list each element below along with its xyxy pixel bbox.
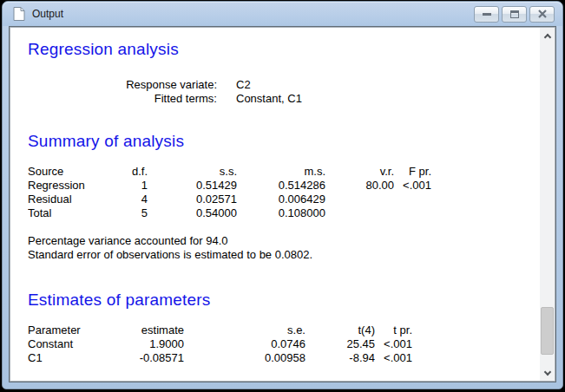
cell: 4 [123, 193, 148, 206]
table-header-row: Parameter estimate s.e. t(4) t pr. [28, 323, 412, 337]
column-header: t(4) [305, 323, 375, 337]
analysis-notes: Percentage variance accounted for 94.0 S… [28, 234, 540, 262]
window-controls [474, 6, 555, 23]
cell: Total [28, 206, 123, 220]
chevron-down-icon [543, 368, 550, 375]
cell: Constant [28, 337, 123, 351]
column-header: t pr. [375, 323, 412, 337]
field-response-variate: Response variate:C2 [28, 78, 540, 92]
table-row: Constant 1.9000 0.0746 25.45 <.001 [28, 337, 412, 351]
cell: 0.514286 [237, 179, 325, 193]
table-row: Regression 1 0.51429 0.514286 80.00 <.00… [28, 179, 431, 193]
column-header: F pr. [394, 165, 431, 179]
cell: 0.0746 [184, 337, 305, 351]
table-row: C1 -0.08571 0.00958 -8.94 <.001 [28, 351, 412, 365]
title-bar[interactable]: Output [3, 2, 562, 26]
cell: 0.54000 [148, 206, 237, 220]
model-fields: Response variate:C2 Fitted terms:Constan… [28, 78, 540, 106]
output-document[interactable]: Regression analysis Response variate:C2 … [10, 28, 540, 381]
note-variance: Percentage variance accounted for 94.0 [28, 234, 540, 248]
cell: 1.9000 [123, 337, 184, 351]
cell: -0.08571 [123, 351, 184, 365]
cell: <.001 [375, 351, 412, 365]
cell: Residual [28, 193, 123, 206]
field-value: Constant, C1 [236, 92, 302, 105]
vertical-scrollbar[interactable] [540, 28, 555, 381]
summary-table: Source d.f. s.s. m.s. v.r. F pr. Regress… [28, 165, 431, 220]
close-icon [538, 10, 547, 18]
chevron-up-icon [543, 33, 550, 40]
cell [394, 193, 431, 206]
scrollbar-track[interactable] [540, 42, 555, 366]
close-button[interactable] [529, 6, 555, 23]
heading-summary-of-analysis: Summary of analysis [28, 132, 540, 151]
restore-button[interactable] [502, 6, 527, 23]
cell: C1 [28, 351, 123, 365]
cell: Regression [28, 179, 123, 193]
output-window: Output Regression analysis Response vari… [2, 1, 563, 389]
field-fitted-terms: Fitted terms:Constant, C1 [28, 92, 540, 106]
cell: 5 [123, 206, 148, 220]
cell: 25.45 [305, 337, 375, 351]
column-header: s.e. [184, 323, 305, 337]
cell: <.001 [375, 337, 412, 351]
column-header: s.s. [148, 165, 237, 179]
estimates-table: Parameter estimate s.e. t(4) t pr. Const… [28, 323, 412, 365]
field-value: C2 [236, 78, 251, 91]
minimize-icon [483, 13, 491, 16]
window-title: Output [32, 8, 63, 20]
column-header: d.f. [123, 165, 148, 179]
table-header-row: Source d.f. s.s. m.s. v.r. F pr. [28, 165, 431, 179]
cell [325, 193, 394, 206]
cell [325, 206, 394, 220]
cell [394, 206, 431, 220]
cell: 1 [123, 179, 148, 193]
scrollbar-thumb[interactable] [541, 307, 554, 355]
cell: 0.108000 [237, 206, 325, 220]
cell: 0.00958 [184, 351, 305, 365]
cell: 0.51429 [148, 179, 237, 193]
output-frame: Regression analysis Response variate:C2 … [9, 26, 556, 382]
document-icon [13, 7, 25, 21]
scroll-up-button[interactable] [540, 28, 555, 42]
cell: <.001 [394, 179, 431, 193]
field-label: Response variate: [28, 78, 217, 92]
cell: 80.00 [325, 179, 394, 193]
column-header: m.s. [237, 165, 325, 179]
table-row: Total 5 0.54000 0.108000 [28, 206, 431, 220]
column-header: Source [28, 165, 123, 179]
cell: 0.006429 [237, 193, 325, 206]
note-standard-error: Standard error of observations is estima… [28, 248, 540, 262]
cell: 0.02571 [148, 193, 237, 206]
scroll-down-button[interactable] [540, 366, 555, 381]
minimize-button[interactable] [474, 6, 499, 23]
field-label: Fitted terms: [28, 92, 217, 106]
column-header: v.r. [325, 165, 394, 179]
heading-estimates-of-parameters: Estimates of parameters [28, 291, 540, 310]
restore-icon [510, 10, 519, 18]
column-header: estimate [123, 323, 184, 337]
table-row: Residual 4 0.02571 0.006429 [28, 193, 431, 206]
cell: -8.94 [305, 351, 375, 365]
column-header: Parameter [28, 323, 123, 337]
heading-regression-analysis: Regression analysis [28, 40, 540, 59]
